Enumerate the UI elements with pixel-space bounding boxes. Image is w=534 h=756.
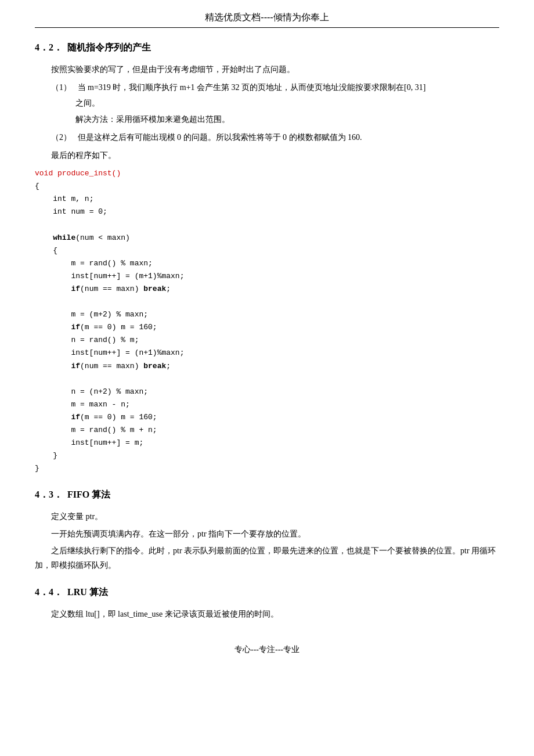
code-block-produce-inst: void produce_inst() { int m, n; int num … (35, 167, 499, 475)
section-4-4: 4．4． LRU 算法 定义数组 ltu[]，即 last_time_use 来… (35, 586, 499, 621)
section-4-3: 4．3． FIFO 算法 定义变量 ptr。 一开始先预调页填满内存。在这一部分… (35, 489, 499, 573)
section-4-2-title: 4．2． 随机指令序列的产生 (35, 42, 151, 54)
section-4-2-para-3: （2） 但是这样之后有可能出现模 0 的问题。所以我索性将等于 0 的模数都赋值… (35, 130, 499, 145)
section-4-3-heading: 4．3． FIFO 算法 (35, 489, 499, 501)
section-4-4-title: 4．4． LRU 算法 (35, 586, 108, 599)
section-4-3-title: 4．3． FIFO 算法 (35, 489, 110, 501)
section-4-3-para-1: 定义变量 ptr。 一开始先预调页填满内存。在这一部分，ptr 指向下一个要存放… (35, 509, 499, 573)
code-fn-name: void produce_inst() (35, 169, 121, 178)
section-4-2-para-1: 按照实验要求的写了，但是由于没有考虑细节，开始时出了点问题。 (35, 62, 499, 77)
section-4-2-heading: 4．2． 随机指令序列的产生 (35, 42, 499, 54)
section-4-2-para-4: 最后的程序如下。 (35, 148, 499, 163)
footer-text: 专心---专注---专业 (35, 645, 499, 655)
section-4-4-heading: 4．4． LRU 算法 (35, 586, 499, 599)
section-4-2: 4．2． 随机指令序列的产生 按照实验要求的写了，但是由于没有考虑细节，开始时出… (35, 42, 499, 475)
header-title: 精选优质文档----倾情为你奉上 (35, 12, 499, 28)
section-4-4-para-1: 定义数组 ltu[]，即 last_time_use 来记录该页最近被使用的时间… (35, 607, 499, 621)
page: 精选优质文档----倾情为你奉上 4．2． 随机指令序列的产生 按照实验要求的写… (0, 0, 534, 756)
section-4-2-para-2: （1） 当 m=319 时，我们顺序执行 m+1 会产生第 32 页的页地址，从… (35, 80, 499, 127)
